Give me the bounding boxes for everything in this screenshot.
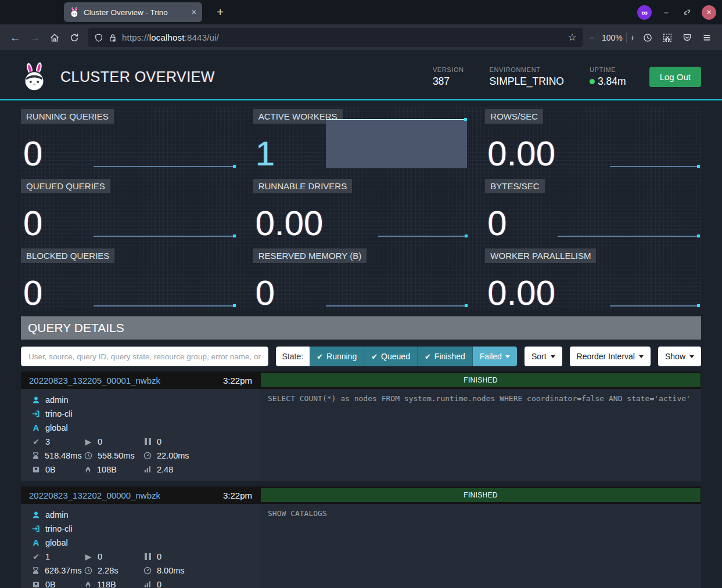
sparkline-endpoint [697,235,700,237]
tile-running-queries: RUNNING QUERIES 0 [21,107,237,171]
tile-rows-sec: ROWS/SEC 0.00 [485,107,701,171]
query-resource-group: A global [32,421,255,434]
parallelism-stat: 2.48 [143,463,255,476]
pocket-icon[interactable] [678,28,696,47]
sign-in-icon [32,525,40,533]
cpu-time-stat: 2.28s [84,564,143,577]
state-running-button[interactable]: ✔ Running [310,347,364,366]
cpu-time-stat: 558.50ms [84,449,143,462]
bookmark-star-icon[interactable]: ☆ [568,31,577,44]
query-time: 3:22pm [223,490,252,500]
show-dropdown[interactable]: Show [658,347,701,366]
pause-icon [143,438,152,445]
trino-cluster-overview-page: CLUSTER OVERVIEW VERSION 387 ENVIRONMENT… [0,51,722,588]
resource-group-icon: A [32,423,40,432]
user-icon [32,511,40,519]
query-filter-row: State: ✔ Running ✔ Queued ✔ Finished Fai… [21,347,701,366]
current-memory-stat: 0B [32,578,84,588]
check-icon: ✔ [317,352,323,361]
play-icon: ▶ [84,437,92,446]
logout-button[interactable]: Log Out [649,67,701,87]
tab-title: Cluster Overview - Trino [84,8,168,17]
scale-weight-icon [32,580,40,588]
tile-runnable-drivers: RUNNABLE DRIVERS 0.00 [253,177,469,241]
sparkline [326,119,468,168]
tile-value: 0 [23,207,42,240]
tile-label: QUEUED QUERIES [21,179,110,193]
sparkline [378,236,468,237]
forward-icon[interactable]: → [26,28,44,47]
tracking-shield-icon[interactable] [94,33,103,42]
fire-icon [84,466,92,474]
chevron-down-icon [689,355,694,358]
gauge-icon [143,567,152,575]
sparkline-endpoint [465,235,468,237]
query-source: trino-cli [32,522,255,535]
account-icon[interactable]: ∞ [637,5,652,20]
status-badge: FINISHED [261,488,701,502]
tile-worker-parallelism: WORKER PARALLELISM 0.00 [485,247,701,311]
query-id-link[interactable]: 20220823_132202_00000_nwbzk [29,490,160,500]
reload-icon[interactable] [65,28,84,47]
screenshot-icon[interactable] [658,28,677,47]
back-icon[interactable]: ← [6,28,24,47]
chevron-down-icon [505,355,510,358]
query-id-link[interactable]: 20220823_132205_00001_nwbzk [29,376,160,385]
state-failed-dropdown[interactable]: Failed [473,347,517,366]
check-icon: ✔ [425,352,431,361]
play-icon: ▶ [84,552,92,561]
uptime-label: UPTIME [590,66,626,73]
query-card-header: 20220823_132205_00001_nwbzk 3:22pm FINIS… [21,371,701,389]
completed-splits-stat: ✔ 3 [32,435,84,448]
menu-icon[interactable]: ≡ [698,28,716,47]
running-splits-stat: ▶ 0 [84,550,143,563]
query-progress-track: FINISHED [260,486,701,504]
state-queued-button[interactable]: ✔ Queued [364,347,418,366]
url-text: https://localhost:8443/ui/ [122,33,219,42]
sparkline-endpoint [233,235,236,237]
resource-group-icon: A [32,538,40,547]
hourglass-icon [32,452,39,460]
state-finished-button[interactable]: ✔ Finished [418,347,473,366]
query-card: 20220823_132205_00001_nwbzk 3:22pm FINIS… [21,371,701,481]
sort-dropdown[interactable]: Sort [525,347,562,366]
sparkline-endpoint [464,118,467,121]
status-dot-icon [590,79,595,84]
browser-tab[interactable]: Cluster Overview - Trino × [64,2,202,22]
state-label: State: [276,347,310,366]
query-progress-track: FINISHED [260,371,701,389]
reorder-interval-dropdown[interactable]: Reorder Interval [570,347,651,366]
sparkline-endpoint [465,304,468,307]
tile-value: 0.00 [256,207,324,240]
uptime-stat: UPTIME 3.84m [590,66,626,88]
url-bar[interactable]: https://localhost:8443/ui/ ☆ [88,28,583,47]
fire-icon [84,580,92,588]
query-stats-panel: admin trino-cli A global ✔ 3 ▶ 0 [21,389,260,481]
check-icon: ✔ [371,352,378,361]
trino-bunny-logo [21,62,48,92]
query-search-input[interactable] [21,347,268,366]
zoom-in-icon[interactable]: + [630,33,635,42]
new-tab-icon[interactable]: + [211,6,229,19]
tile-label: RUNNABLE DRIVERS [253,179,353,193]
zoom-out-icon[interactable]: − [590,33,594,42]
tile-label: BLOCKED QUERIES [21,248,114,263]
tab-close-icon[interactable]: × [192,8,196,17]
bar-chart-icon [143,466,152,473]
tile-value: 1 [256,137,275,170]
home-icon[interactable] [45,28,64,47]
zoom-level[interactable]: 100% [602,33,623,42]
window-close-icon[interactable]: × [702,5,716,20]
hourglass-icon [32,567,39,575]
window-minimize-icon[interactable]: − [660,8,673,17]
separator [598,33,598,43]
window-restore-icon[interactable] [681,8,694,17]
show-label: Show [665,352,685,361]
sparkline-endpoint [233,165,236,168]
tile-value: 0 [23,137,42,170]
history-clock-icon[interactable] [638,28,657,47]
sparkline [94,166,235,167]
cumulative-memory-stat: 118B [84,578,143,588]
lock-warning-icon[interactable] [108,33,117,42]
query-time: 3:22pm [223,376,252,385]
